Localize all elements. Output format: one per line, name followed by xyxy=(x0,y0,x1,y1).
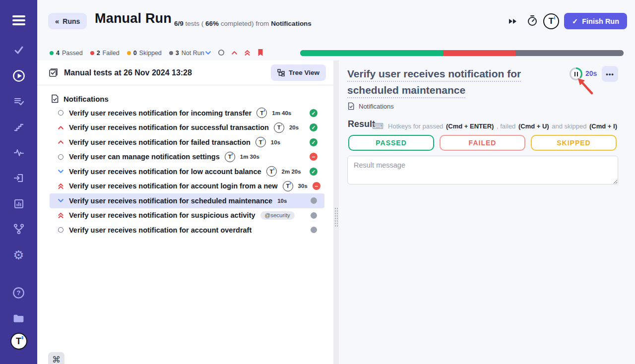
filter-toolbar xyxy=(205,49,264,57)
breadcrumb[interactable]: Notifications xyxy=(347,102,394,110)
sidebar-item-runs[interactable] xyxy=(0,69,37,83)
failed-button[interactable]: FAILED xyxy=(440,135,525,151)
sidebar-item-pulse[interactable] xyxy=(0,146,37,160)
test-row[interactable]: Verify user receives notification for ac… xyxy=(50,179,324,194)
sidebar-item-tests[interactable] xyxy=(0,43,37,57)
test-title: Verify user receives notification for sc… xyxy=(69,197,272,205)
automation-logo-icon: T xyxy=(266,166,277,177)
test-row[interactable]: Verify user receives notification for sc… xyxy=(50,193,324,208)
settings-icon: ⚙ xyxy=(13,249,24,261)
status-notrun-icon xyxy=(311,227,317,233)
sidebar-item-projects[interactable] xyxy=(0,311,37,325)
document-check-icon xyxy=(347,102,355,110)
test-row[interactable]: Verify user receives notification for fa… xyxy=(50,135,324,150)
app-logo: T xyxy=(10,333,27,350)
timer-history-button[interactable] xyxy=(526,15,538,27)
priority-highest-icon xyxy=(58,182,64,189)
branch-icon xyxy=(13,223,25,235)
sidebar-item-settings[interactable]: ⚙ xyxy=(0,248,37,262)
suite-folder-label: Notifications xyxy=(64,95,109,103)
run-progress-bar xyxy=(300,50,624,56)
document-check-icon xyxy=(51,94,59,103)
sidebar-item-help[interactable]: ? xyxy=(0,286,37,300)
sidebar-item-import[interactable] xyxy=(0,171,37,185)
summary-skipped[interactable]: 0Skipped xyxy=(127,50,162,57)
tree-view-button[interactable]: Tree View xyxy=(271,64,326,81)
highest-priority-filter-button[interactable] xyxy=(244,49,251,56)
help-icon: ? xyxy=(12,287,25,299)
status-dot-icon xyxy=(90,51,94,55)
test-title: Verify user receives notification for su… xyxy=(69,123,269,131)
passed-button[interactable]: PASSED xyxy=(348,135,434,151)
automation-logo-icon: T xyxy=(225,152,235,162)
status-failed-icon: – xyxy=(313,182,320,190)
summary-not-run[interactable]: 3Not Run xyxy=(169,50,204,57)
sidebar-item-test-plans[interactable] xyxy=(0,95,37,109)
progress-segment xyxy=(300,50,443,56)
test-duration: 2m 20s xyxy=(282,169,301,175)
test-row[interactable]: Verify user receives notification for ac… xyxy=(50,223,324,238)
priority-high-icon xyxy=(58,139,64,145)
status-failed-icon: – xyxy=(310,153,318,161)
test-row[interactable]: Verify user receives notification for in… xyxy=(50,106,324,121)
test-title: Verify user receives notification for ac… xyxy=(69,182,278,190)
breadcrumb-label: Notifications xyxy=(359,103,394,110)
finish-run-button[interactable]: ✓ Finish Run xyxy=(564,13,627,29)
status-passed-icon: ✓ xyxy=(310,123,318,131)
chevrons-left-icon: « xyxy=(55,17,59,25)
sidebar-item-analytics[interactable] xyxy=(0,197,37,211)
normal-priority-filter-button[interactable] xyxy=(218,49,225,56)
app-root: ⚙?T « Runs Manual Run 6/9 tests ( 66% co… xyxy=(0,0,635,364)
progress-segment xyxy=(443,50,515,56)
bookmark-icon xyxy=(257,49,264,57)
status-notrun-icon xyxy=(311,212,317,219)
sidebar-item-steps[interactable] xyxy=(0,120,37,134)
result-message-input[interactable] xyxy=(347,156,618,184)
runs-icon xyxy=(12,69,25,82)
collapse-filter-button[interactable] xyxy=(205,50,211,56)
test-duration: 1m 40s xyxy=(272,110,291,116)
test-row[interactable]: Verify user receives notification for lo… xyxy=(50,164,324,179)
annotation-arrow-icon xyxy=(574,76,596,97)
double-chevron-up-icon xyxy=(244,49,251,56)
test-tag[interactable]: @security xyxy=(260,211,295,220)
skipped-button[interactable]: SKIPPED xyxy=(531,135,617,151)
test-row[interactable]: Verify user receives notification for su… xyxy=(50,121,324,135)
keyboard-icon: ⌨ xyxy=(372,121,383,131)
run-title: Manual tests at 26 Nov 2024 13:28 xyxy=(64,68,192,77)
tree-view-icon xyxy=(277,69,285,76)
bookmark-filter-button[interactable] xyxy=(257,49,264,57)
test-duration: 10s xyxy=(271,139,280,145)
chevron-up-icon xyxy=(231,50,238,56)
summary-passed[interactable]: 4Passed xyxy=(50,50,83,57)
high-priority-filter-button[interactable] xyxy=(231,50,238,56)
test-title: Verify user receives notification for ac… xyxy=(69,226,252,234)
test-title: Verify user receives notification for su… xyxy=(69,211,255,219)
fast-forward-button[interactable] xyxy=(508,16,518,26)
status-dot-icon xyxy=(169,51,173,55)
summary-failed[interactable]: 2Failed xyxy=(90,50,120,57)
status-summary: 4Passed2Failed0Skipped3Not Run xyxy=(50,50,204,57)
sidebar-item-branch[interactable] xyxy=(0,222,37,236)
back-to-runs-button[interactable]: « Runs xyxy=(48,13,87,29)
app-logo: T xyxy=(543,13,559,29)
status-dot-icon xyxy=(50,51,54,55)
test-row[interactable]: Verify user can manage notification sett… xyxy=(50,150,324,165)
sidebar-item-menu[interactable] xyxy=(0,13,37,27)
suite-folder-row[interactable]: Notifications xyxy=(37,92,333,106)
test-list: Verify user receives notification for in… xyxy=(37,106,333,238)
chevron-down-icon xyxy=(205,50,211,56)
command-shortcut-button[interactable]: ⌘ xyxy=(48,352,64,364)
test-row[interactable]: Verify user receives notification for su… xyxy=(50,208,324,223)
priority-low-icon xyxy=(58,168,64,175)
panel-resizer[interactable] xyxy=(333,61,339,364)
circle-filter-icon xyxy=(218,49,225,56)
more-options-button[interactable]: ••• xyxy=(602,66,618,82)
priority-normal-icon xyxy=(58,110,64,116)
test-duration: 30s xyxy=(298,183,308,189)
status-notrun-icon xyxy=(311,197,317,204)
sidebar-item-app-logo[interactable]: T xyxy=(0,334,37,348)
priority-low-icon xyxy=(58,197,64,204)
test-plans-icon xyxy=(13,96,25,107)
main-area: « Runs Manual Run 6/9 tests ( 66% comple… xyxy=(37,0,635,364)
